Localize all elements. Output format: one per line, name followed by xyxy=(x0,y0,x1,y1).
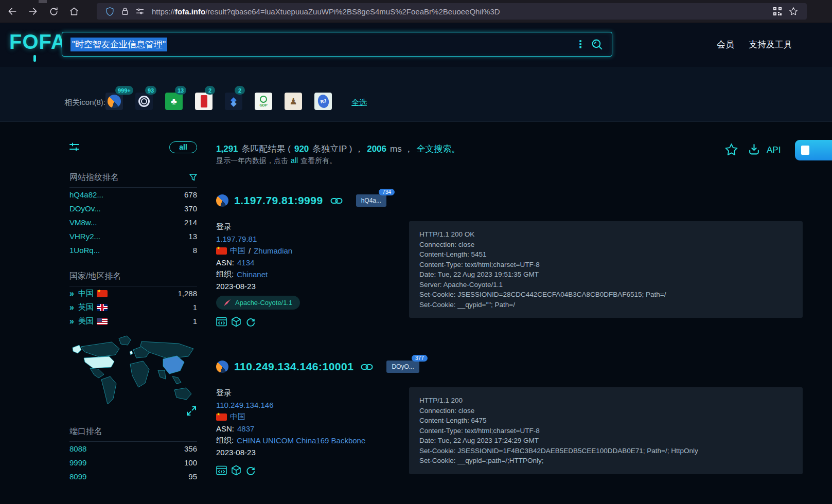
note-all-link[interactable]: all xyxy=(291,156,298,166)
shield-icon[interactable] xyxy=(105,7,114,16)
back-button[interactable] xyxy=(4,3,21,20)
fingerprint-item-count: 370 xyxy=(184,204,197,213)
refresh-icon[interactable] xyxy=(245,316,256,327)
world-map[interactable] xyxy=(69,332,198,418)
country-link[interactable]: 中国 xyxy=(230,412,245,422)
permissions-icon[interactable] xyxy=(136,8,144,15)
fingerprint-item-count: 8 xyxy=(193,246,197,255)
port-item-label[interactable]: 8088 xyxy=(69,444,86,453)
nav-support-tools[interactable]: 支持及工具 xyxy=(749,39,792,50)
gb-flag-icon xyxy=(97,304,108,311)
search-icon[interactable] xyxy=(591,38,604,51)
all-pill-button[interactable]: all xyxy=(169,141,197,153)
cn-flag-icon xyxy=(216,247,227,255)
asset-cube-icon[interactable] xyxy=(231,316,241,327)
green-gdp-favicon[interactable]: GDP xyxy=(255,93,272,110)
ip-link[interactable]: 110.249.134.146 xyxy=(216,401,274,409)
fingerprint-badge-count: 377 xyxy=(412,355,428,362)
side-panel-button[interactable] xyxy=(795,140,832,160)
map-uk xyxy=(130,351,133,355)
qr-code-icon[interactable] xyxy=(773,7,782,15)
search-input[interactable]: "时空智友企业信息管理" xyxy=(70,38,167,51)
asn-link[interactable]: 4134 xyxy=(237,258,254,267)
refresh-icon[interactable] xyxy=(245,465,256,476)
url-bar[interactable]: https://fofa.info/result?qbase64=luaXtue… xyxy=(97,3,807,20)
result-card: 110.249.134.146:10001DOyO...377登录110.249… xyxy=(216,359,803,374)
green-leaf-favicon[interactable]: ♣ xyxy=(165,93,183,110)
map-expand-icon[interactable] xyxy=(186,405,197,417)
cn-flag-icon xyxy=(216,413,227,421)
nav-member[interactable]: 会员 xyxy=(717,39,734,50)
code-preview-icon[interactable] xyxy=(216,316,227,327)
home-button[interactable] xyxy=(66,3,82,20)
country-label[interactable]: 中国 xyxy=(78,289,94,298)
blue-stack-favicon[interactable]: ◆◆ xyxy=(225,93,242,110)
map-us xyxy=(84,356,114,368)
double-chevron-icon[interactable] xyxy=(69,303,74,312)
result-host-link[interactable]: 1.197.79.81:9999 xyxy=(234,194,323,207)
url-path: /result?qbase64=luaXtuepuuaZuuWPi%2BS8ge… xyxy=(205,7,500,16)
country-label[interactable]: 英国 xyxy=(78,302,94,312)
ip-row: 110.249.134.146 xyxy=(216,399,406,411)
port-item-label[interactable]: 8099 xyxy=(69,472,86,481)
country-label[interactable]: 美国 xyxy=(78,316,94,326)
double-chevron-icon[interactable] xyxy=(69,289,74,298)
asset-cube-icon[interactable] xyxy=(231,465,241,476)
org-link[interactable]: Chinanet xyxy=(237,270,268,279)
favicon-count-badge: 999+ xyxy=(115,86,133,95)
select-all-link[interactable]: 全选 xyxy=(351,98,367,107)
org-row: 组织:Chinanet xyxy=(216,268,406,280)
region-link[interactable]: Zhumadian xyxy=(254,246,292,255)
search-box[interactable]: "时空智友企业信息管理" xyxy=(62,32,612,57)
country-row: 中国1,288 xyxy=(69,286,197,300)
fofa-swirl-favicon[interactable] xyxy=(105,93,123,110)
org-link[interactable]: CHINA UNICOM China169 Backbone xyxy=(237,436,365,445)
result-host-link[interactable]: 110.249.134.146:10001 xyxy=(234,361,353,373)
result-details: 登录1.197.79.81中国/ZhumadianASN:4134组织:Chin… xyxy=(216,221,406,327)
fingerprint-badge[interactable]: hQ4a...734 xyxy=(356,194,386,207)
brown-figure-favicon[interactable]: ♟ xyxy=(285,93,302,110)
url-text[interactable]: https://fofa.info/result?qbase64=luaXtue… xyxy=(152,7,770,16)
fingerprint-item-label[interactable]: VM8w... xyxy=(69,218,97,227)
reload-button[interactable] xyxy=(45,3,62,20)
double-chevron-icon[interactable] xyxy=(69,317,74,326)
geo-row: 中国 xyxy=(216,411,406,423)
ip-link[interactable]: 1.197.79.81 xyxy=(216,235,257,243)
fofa-logo[interactable]: FOFA xyxy=(9,30,66,53)
magnifier-tail-icon xyxy=(33,55,36,62)
bookmark-star-icon[interactable] xyxy=(789,7,798,16)
fingerprint-badge[interactable]: DOyO...377 xyxy=(386,361,419,373)
forward-button[interactable] xyxy=(25,3,41,20)
lock-icon[interactable] xyxy=(121,7,129,16)
fingerprint-item-row: hQ4a82...678 xyxy=(69,188,197,202)
funnel-filter-icon[interactable] xyxy=(189,174,197,181)
red-seal-favicon[interactable] xyxy=(195,93,213,110)
fingerprint-item-label[interactable]: 1UoRq... xyxy=(69,246,100,255)
asn-row: ASN:4134 xyxy=(216,257,406,268)
port-item-label[interactable]: 9999 xyxy=(69,458,86,467)
asn-link[interactable]: 4837 xyxy=(237,424,254,433)
kebab-menu-icon[interactable] xyxy=(575,38,583,50)
country-link[interactable]: 中国 xyxy=(230,246,245,256)
open-link-icon[interactable] xyxy=(361,364,373,370)
fingerprint-item-label[interactable]: DOyOv... xyxy=(69,204,101,213)
url-host: fofa.info xyxy=(175,7,205,16)
api-link[interactable]: API xyxy=(767,145,781,155)
server-tag[interactable]: Apache-Coyote/1.1 xyxy=(216,296,300,310)
code-preview-icon[interactable] xyxy=(216,465,227,476)
download-icon[interactable] xyxy=(748,143,760,156)
ring-logo-favicon[interactable] xyxy=(135,93,153,110)
rj-badge-favicon[interactable]: RJ xyxy=(314,93,332,110)
open-link-icon[interactable] xyxy=(330,197,343,204)
fingerprint-badge-count: 734 xyxy=(379,189,395,195)
fingerprint-item-count: 214 xyxy=(184,218,197,227)
fingerprint-item-label[interactable]: hQ4a82... xyxy=(69,190,103,199)
filter-sliders-icon[interactable] xyxy=(69,142,79,152)
fulltext-search-link[interactable]: 全文搜索。 xyxy=(416,143,460,155)
fingerprint-item-count: 678 xyxy=(184,190,197,199)
favicon-tile-wrap: ◆◆2 xyxy=(225,93,242,110)
favorite-star-icon[interactable] xyxy=(724,143,738,156)
http-header-line: Date: Tue, 22 Aug 2023 19:51:35 GMT xyxy=(419,269,792,280)
fingerprint-item-label[interactable]: VHRy2... xyxy=(69,232,100,241)
http-header-line: Content-Length: 6475 xyxy=(419,416,792,426)
